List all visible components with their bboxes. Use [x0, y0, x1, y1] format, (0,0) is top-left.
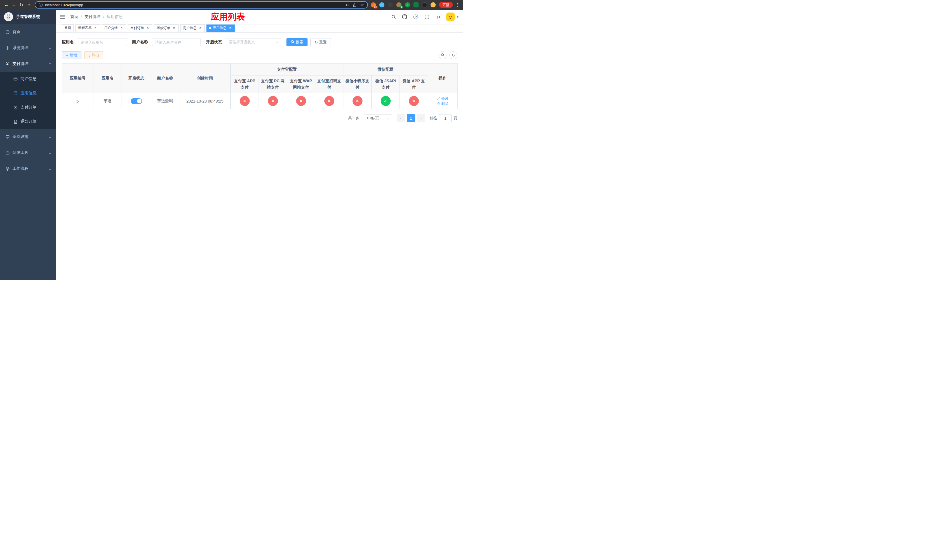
toolbox-icon [5, 151, 10, 155]
app-name-label: 应用名 [62, 39, 74, 45]
bookmark-star-icon[interactable]: ☆ [360, 3, 364, 7]
avatar [446, 12, 455, 21]
home-icon[interactable]: ⌂ [25, 1, 32, 9]
tab-user-group[interactable]: 用户分组 × [101, 24, 126, 32]
chevron-down-icon [49, 47, 51, 49]
search-icon[interactable] [391, 14, 396, 20]
fullscreen-icon[interactable] [424, 14, 430, 20]
tab-app-info[interactable]: 应用信息 × [206, 24, 235, 32]
close-icon[interactable]: × [198, 26, 202, 30]
extension-icon[interactable] [379, 2, 384, 8]
col-header-alipay-wap: 支付宝 WAP 网站支付 [287, 76, 315, 93]
alipay-app-status-icon: × [240, 96, 250, 106]
edit-button[interactable]: 修改 [437, 96, 448, 101]
order-icon [13, 105, 18, 110]
col-header-wechat-jsapi: 微信 JSAPI 支付 [372, 76, 400, 93]
document-icon [13, 120, 18, 124]
address-bar[interactable]: i localhost:1024/pay/app ☆ [35, 1, 368, 9]
add-button[interactable]: + 新增 [62, 51, 82, 59]
close-icon[interactable]: × [120, 26, 124, 30]
user-menu[interactable]: ▾ [446, 12, 458, 21]
extension-icon[interactable]: 1 [396, 2, 401, 8]
back-icon[interactable]: ← [3, 1, 10, 9]
monitor-icon [5, 135, 10, 139]
pagination: 共 1 条 10条/页 ‹ 1 › 前往 页 [62, 114, 457, 122]
page-size-select[interactable]: 10条/页 [364, 114, 392, 122]
breadcrumb-current: 应用信息 [107, 14, 123, 20]
extension-icon[interactable] [431, 2, 436, 8]
status-select[interactable]: 请选择开启状态 [226, 38, 281, 46]
tab-merchant-info[interactable]: 商户信息 × [180, 24, 205, 32]
sidebar-item-workflow[interactable]: 工作流程 [0, 160, 56, 177]
forward-icon[interactable]: → [10, 1, 18, 9]
chevron-down-icon [49, 151, 51, 154]
goto-label: 前往 [430, 116, 437, 121]
col-header-wechat-mini: 微信小程序支付 [343, 76, 372, 93]
sidebar-item-infrastructure[interactable]: 基础设施 [0, 129, 56, 145]
site-info-icon[interactable]: i [39, 3, 43, 7]
col-group-alipay: 支付宝配置 [231, 64, 343, 76]
tab-process-form[interactable]: 流程表单 × [76, 24, 100, 32]
close-icon[interactable]: × [228, 26, 232, 30]
chevron-down-icon [49, 167, 51, 170]
app-logo[interactable]: 芋道管理系统 [0, 10, 56, 24]
sidebar-item-home[interactable]: 首页 [0, 24, 56, 40]
extension-icon[interactable]: ✓ [405, 2, 410, 8]
col-header-alipay-app: 支付宝 APP 支付 [231, 76, 259, 93]
sidebar-item-merchant-info[interactable]: 商户信息 [0, 72, 56, 86]
help-icon[interactable]: ? [413, 14, 419, 20]
password-key-icon[interactable] [345, 3, 350, 7]
close-icon[interactable]: × [146, 26, 150, 30]
sidebar-item-refund-order[interactable]: 退款订单 [0, 115, 56, 129]
font-size-icon[interactable]: TT [435, 14, 441, 20]
breadcrumb-payment[interactable]: 支付管理 [85, 14, 100, 20]
merchant-name-input[interactable] [152, 38, 201, 46]
share-icon[interactable] [353, 3, 357, 7]
sidebar-item-dev-tools[interactable]: 研发工具 [0, 145, 56, 160]
search-icon [441, 53, 445, 58]
breadcrumb-home[interactable]: 首页 [70, 14, 78, 20]
sidebar-item-payment[interactable]: ¥ 支付管理 [0, 56, 56, 72]
status-switch[interactable] [131, 98, 142, 104]
toggle-search-button[interactable] [439, 51, 446, 59]
extension-icon[interactable] [388, 2, 393, 8]
sidebar-item-app-info[interactable]: 应用信息 [0, 86, 56, 100]
sidebar-item-pay-order[interactable]: 支付订单 [0, 100, 56, 115]
col-header-app-name: 应用名 [94, 64, 122, 93]
prev-page-button[interactable]: ‹ [396, 114, 405, 122]
reset-button[interactable]: ↻ 重置 [310, 38, 331, 46]
reload-icon[interactable]: ↻ [18, 1, 25, 9]
tab-refund-order[interactable]: 退款订单 × [154, 24, 179, 32]
github-icon[interactable] [402, 14, 407, 20]
col-header-app-id: 应用编号 [62, 64, 94, 93]
browser-menu-icon[interactable]: ⋮ [455, 2, 460, 8]
export-button[interactable]: ↓ 导出 [84, 51, 104, 59]
top-navbar: 首页 / 支付管理 / 应用信息 应用列表 ? [56, 10, 463, 24]
delete-button[interactable]: 删除 [437, 101, 448, 106]
extension-icon[interactable] [422, 2, 427, 8]
col-header-merchant: 商户名称 [151, 64, 179, 93]
extension-icon[interactable]: 10 [371, 2, 376, 8]
cell-app-id: 6 [62, 93, 94, 109]
tab-pay-order[interactable]: 支付订单 × [128, 24, 152, 32]
browser-window: ← → ↻ ⌂ i localhost:1024/pay/app ☆ 10 [0, 0, 463, 280]
app-name-input[interactable] [78, 38, 127, 46]
extension-icon[interactable] [413, 2, 419, 8]
hamburger-icon[interactable] [60, 14, 66, 20]
col-header-actions: 操作 [428, 64, 458, 93]
close-icon[interactable]: × [94, 26, 97, 30]
next-page-button[interactable]: › [417, 114, 425, 122]
browser-update-button[interactable]: 更新 [439, 2, 453, 8]
search-form: 应用名 商户名称 开启状态 请选择开启状态 [62, 38, 457, 46]
goto-page-input[interactable] [439, 114, 452, 122]
refresh-table-button[interactable]: ↻ [449, 51, 457, 59]
search-button[interactable]: 搜索 [286, 38, 307, 46]
tab-home[interactable]: 首页 [62, 24, 74, 32]
chevron-up-icon [49, 62, 51, 65]
col-header-wechat-app: 微信 APP 支付 [400, 76, 428, 93]
page-1-button[interactable]: 1 [407, 114, 415, 122]
close-icon[interactable]: × [172, 26, 176, 30]
col-header-alipay-pc: 支付宝 PC 网站支付 [259, 76, 287, 93]
alipay-pc-status-icon: × [268, 96, 278, 106]
sidebar-item-system[interactable]: 系统管理 [0, 40, 56, 56]
